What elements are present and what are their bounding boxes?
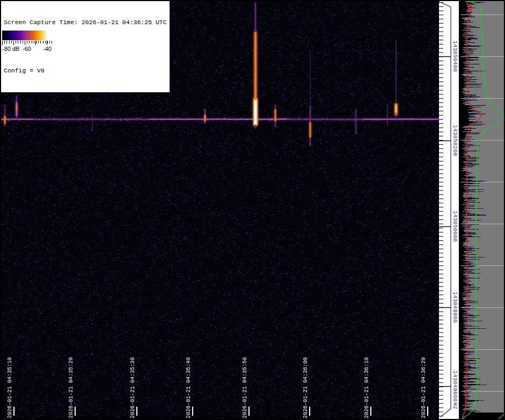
time-label: 2026-01-21 04:35:10 <box>6 357 14 418</box>
frequency-tick-label: 143050400 <box>452 41 458 72</box>
time-label-underline <box>309 407 310 416</box>
config-text: Config = V8 <box>4 67 167 75</box>
time-label: 2026-01-21 04:35:50 <box>241 357 249 418</box>
time-label-underline <box>248 407 250 416</box>
colorbar-major-ticks <box>2 41 52 45</box>
colorbar-label-80db: -80 dB <box>2 46 19 52</box>
frequency-axis-unit: Hz <box>452 402 458 409</box>
frequency-tick-label: 143049800 <box>452 292 458 323</box>
colorbar-label-40db: -40 <box>43 46 52 52</box>
time-label: 2026-01-21 04:35:30 <box>129 357 137 418</box>
time-label-underline <box>370 407 371 416</box>
frequency-tick-label: 143049600 <box>452 371 458 402</box>
spectrum-panel <box>461 1 504 419</box>
colorbar-legend: -80 dB -60 -40 <box>2 30 55 55</box>
time-label-underline <box>13 407 14 416</box>
time-label-underline <box>192 407 193 416</box>
time-label-underline <box>75 407 76 416</box>
time-label: 2026-01-21 04:35:20 <box>68 357 75 418</box>
colorbar-gradient <box>2 31 52 40</box>
screen-capture-window: Screen Capture Time: 2026-01-21 04:36:25… <box>0 0 505 420</box>
time-label: 2026-01-21 04:35:40 <box>185 357 193 418</box>
capture-time-text: Screen Capture Time: 2026-01-21 04:36:25… <box>4 18 167 26</box>
time-label: 2026-01-21 04:36:20 <box>420 357 428 418</box>
colorbar-label-60db: -60 <box>23 46 31 52</box>
time-label: 2026-01-21 04:36:10 <box>363 357 371 418</box>
time-label: 2026-01-21 04:36:00 <box>302 357 310 418</box>
time-label-underline <box>427 407 428 416</box>
frequency-tick-label: 143050200 <box>452 125 458 157</box>
frequency-axis: 1430504001430502001430500001430498001430… <box>439 1 459 419</box>
time-label-underline <box>136 407 137 416</box>
frequency-tick-label: 143050000 <box>452 211 458 242</box>
